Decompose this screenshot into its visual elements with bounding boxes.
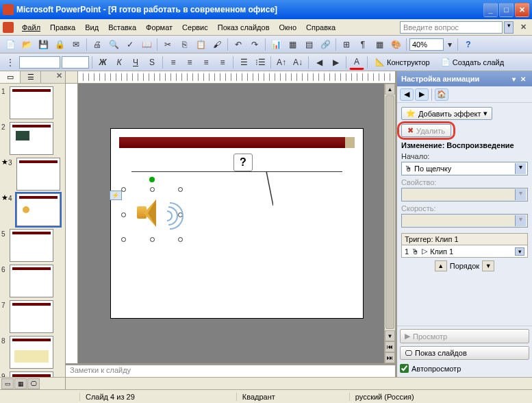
slide-thumbnail[interactable]: 5 bbox=[1, 229, 64, 262]
font-combo[interactable] bbox=[19, 56, 60, 69]
slide-thumbnail[interactable]: ★3 bbox=[1, 158, 64, 191]
minimize-button[interactable]: _ bbox=[483, 3, 498, 17]
prev-slide-button[interactable]: ⏮ bbox=[385, 341, 395, 352]
underline-button[interactable]: Ч bbox=[128, 55, 143, 70]
resize-handle[interactable] bbox=[121, 237, 126, 242]
thumbnail-preview[interactable] bbox=[10, 336, 53, 369]
autopreview-checkbox[interactable] bbox=[400, 364, 409, 373]
align-center-button[interactable]: ≡ bbox=[182, 55, 197, 70]
menu-insert[interactable]: Вставка bbox=[104, 22, 140, 33]
thumbnail-preview[interactable] bbox=[10, 229, 53, 262]
color-button[interactable]: 🎨 bbox=[388, 37, 403, 52]
zoom-combo[interactable]: 40% bbox=[409, 38, 444, 51]
next-slide-button[interactable]: ⏭ bbox=[385, 352, 395, 363]
redo-button[interactable]: ↷ bbox=[247, 37, 262, 52]
italic-button[interactable]: К bbox=[112, 55, 127, 70]
tables-borders-button[interactable]: ▤ bbox=[301, 37, 316, 52]
thumbnail-preview[interactable] bbox=[10, 300, 53, 333]
close-thumbnails-button[interactable]: ✕ bbox=[53, 71, 65, 83]
help-search-input[interactable]: Введите вопрос bbox=[400, 21, 503, 34]
close-document-button[interactable]: ✕ bbox=[518, 23, 529, 32]
copy-button[interactable]: ⎘ bbox=[177, 37, 192, 52]
slide-thumbnail[interactable]: 6 bbox=[1, 265, 64, 297]
numbering-button[interactable]: ☰ bbox=[236, 55, 251, 70]
add-effect-button[interactable]: ⭐ Добавить эффект ▾ bbox=[401, 107, 492, 120]
taskpane-home-button[interactable]: 🏠 bbox=[435, 88, 448, 101]
animation-list-item[interactable]: 1 🖱 ▷ Клип 1 ▾ bbox=[402, 245, 527, 257]
menu-slideshow[interactable]: Показ слайдов bbox=[214, 22, 274, 33]
outline-tab[interactable]: ☰ bbox=[21, 71, 41, 83]
align-left-button[interactable]: ≡ bbox=[166, 55, 181, 70]
move-up-button[interactable]: ▲ bbox=[435, 260, 447, 271]
expand-all-button[interactable]: ⊞ bbox=[339, 37, 354, 52]
taskpane-forward-button[interactable]: ▶ bbox=[415, 88, 429, 101]
close-button[interactable]: ✕ bbox=[515, 3, 529, 17]
resize-handle[interactable] bbox=[150, 237, 155, 242]
print-button[interactable]: 🖨 bbox=[90, 37, 105, 52]
item-menu-button[interactable]: ▾ bbox=[515, 247, 524, 256]
sorter-view-button[interactable]: ▦ bbox=[14, 378, 27, 389]
thumbnail-preview[interactable] bbox=[10, 122, 53, 155]
bold-button[interactable]: Ж bbox=[95, 55, 110, 70]
format-painter-button[interactable]: 🖌 bbox=[210, 37, 225, 52]
sound-object-selected[interactable] bbox=[121, 187, 183, 242]
taskpane-dropdown[interactable]: ▾ bbox=[509, 74, 518, 84]
font-color-button[interactable]: A bbox=[349, 55, 364, 70]
menu-help[interactable]: Справка bbox=[302, 22, 340, 33]
preview-button[interactable]: ▶ Просмотр bbox=[400, 329, 529, 343]
menu-view[interactable]: Вид bbox=[81, 22, 103, 33]
cut-button[interactable]: ✂ bbox=[160, 37, 175, 52]
show-formatting-button[interactable]: ¶ bbox=[355, 37, 370, 52]
scroll-up-button[interactable]: ▲ bbox=[385, 84, 395, 95]
vertical-scrollbar[interactable]: ▲ ▼ ⏮ ⏭ bbox=[384, 84, 395, 363]
resize-handle[interactable] bbox=[150, 187, 155, 192]
animation-tag-icon[interactable]: ⚡ bbox=[110, 191, 122, 200]
normal-view-button[interactable]: ▭ bbox=[1, 378, 14, 389]
new-button[interactable]: 📄 bbox=[3, 37, 18, 52]
taskpane-close[interactable]: ✕ bbox=[518, 74, 528, 84]
thumbnail-preview[interactable] bbox=[10, 265, 53, 297]
slide-thumbnail[interactable]: ★4 bbox=[1, 193, 64, 226]
resize-handle[interactable] bbox=[178, 187, 183, 192]
move-down-button[interactable]: ▼ bbox=[482, 260, 494, 271]
decrease-indent-button[interactable]: ◀ bbox=[312, 55, 327, 70]
chart-button[interactable]: 📊 bbox=[268, 37, 283, 52]
undo-button[interactable]: ↶ bbox=[231, 37, 246, 52]
zoom-dropdown[interactable]: ▾ bbox=[445, 37, 455, 52]
spellcheck-button[interactable]: ✓ bbox=[123, 37, 138, 52]
bullets-button[interactable]: ⁝☰ bbox=[253, 55, 268, 70]
print-preview-button[interactable]: 🔍 bbox=[106, 37, 121, 52]
slideshow-button[interactable]: 🖵 Показ слайдов bbox=[400, 346, 529, 360]
menu-edit[interactable]: Правка bbox=[46, 22, 79, 33]
grid-button[interactable]: ▦ bbox=[372, 37, 387, 52]
resize-handle[interactable] bbox=[121, 212, 126, 217]
shadow-button[interactable]: S bbox=[144, 55, 160, 70]
permission-button[interactable]: 🔒 bbox=[52, 37, 67, 52]
scroll-thumb[interactable] bbox=[385, 95, 394, 329]
slide-canvas[interactable]: ⚡ bbox=[78, 84, 395, 363]
hyperlink-button[interactable]: 🔗 bbox=[318, 37, 333, 52]
resize-handle[interactable] bbox=[121, 187, 126, 192]
slide-thumbnail[interactable]: 2 bbox=[1, 122, 64, 155]
resize-handle[interactable] bbox=[178, 237, 183, 242]
decrease-font-button[interactable]: A↓ bbox=[290, 55, 305, 70]
rotate-handle[interactable] bbox=[149, 177, 155, 182]
document-icon[interactable] bbox=[3, 22, 14, 33]
slide-thumbnail[interactable]: 7 bbox=[1, 300, 64, 333]
slide-design-button[interactable]: 📐 Конструктор bbox=[370, 56, 435, 69]
menu-format[interactable]: Формат bbox=[142, 22, 177, 33]
remove-effect-button[interactable]: ✖ Удалить bbox=[401, 124, 451, 137]
slide-thumbnail[interactable]: 9 bbox=[1, 371, 64, 377]
slide-thumbnail[interactable]: 8 bbox=[1, 336, 64, 369]
menu-window[interactable]: Окно bbox=[275, 22, 301, 33]
toolbar-options[interactable]: ⋮ bbox=[3, 55, 18, 70]
slides-tab[interactable]: ▭ bbox=[0, 71, 21, 83]
increase-font-button[interactable]: A↑ bbox=[274, 55, 289, 70]
thumbnail-preview[interactable] bbox=[10, 86, 53, 119]
taskpane-back-button[interactable]: ◀ bbox=[400, 88, 414, 101]
table-button[interactable]: ▦ bbox=[285, 37, 300, 52]
start-select[interactable]: 🖱 По щелчку bbox=[401, 162, 528, 175]
notes-pane[interactable]: Заметки к слайду bbox=[66, 363, 395, 377]
new-slide-button[interactable]: 📄 Создать слайд bbox=[436, 56, 509, 69]
maximize-button[interactable]: □ bbox=[499, 3, 514, 17]
